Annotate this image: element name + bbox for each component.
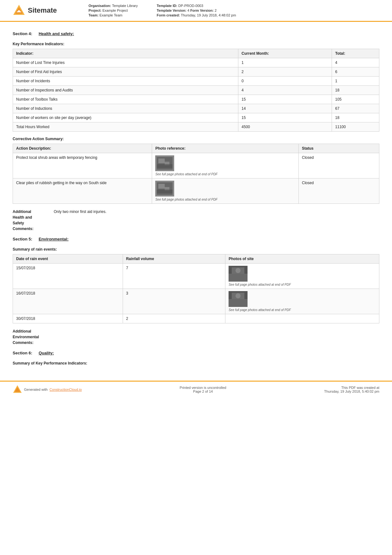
header-right-col: Template ID: DP-PROD-0003 Template Versi… [157, 4, 236, 17]
rain-events-table: Date of rain event Rainfall volume Photo… [13, 254, 379, 323]
svg-rect-12 [157, 190, 173, 193]
svg-rect-21 [229, 299, 248, 307]
rain-row: 30/07/2018 2 [13, 314, 379, 323]
kpi-row: Number of Incidents 0 1 [13, 77, 379, 86]
ca-cell-description: Protect local shrub areas with temporary… [13, 153, 152, 178]
footer-logo-icon [13, 385, 22, 394]
rain-cell-volume: 7 [123, 264, 225, 289]
kpi-cell-current: 1 [238, 58, 332, 67]
rain-photo-thumbnail [229, 291, 248, 307]
rain-col-photos: Photos of site [225, 254, 379, 264]
ca-col-description: Action Description: [13, 144, 152, 153]
footer-logo-area: Generated with ConstructionCloud.io [13, 385, 82, 394]
kpi-cell-total: 6 [332, 67, 379, 77]
env-comments-label: Additional Environmental Comments: [13, 328, 47, 346]
kpi-table: Indicator: Current Month: Total: Number … [13, 49, 379, 132]
section4-heading: Section 4: Health and safety: [13, 31, 379, 36]
rain-cell-date: 30/07/2018 [13, 314, 123, 323]
kpi-cell-indicator: Number of workers on site per day (avera… [13, 113, 238, 122]
kpi-row: Total Hours Worked 4500 11100 [13, 122, 379, 132]
logo-text: Sitemate [28, 6, 57, 15]
page-header: Sitemate Organisation: Template Library … [0, 0, 392, 22]
project-line: Project: Example Project [89, 9, 138, 12]
svg-rect-7 [157, 164, 173, 168]
kpi-cell-total: 18 [332, 86, 379, 95]
kpi-cell-indicator: Number of Toolbox Talks [13, 95, 238, 104]
rain-photo-cell: See full page photos attached at end of … [229, 266, 376, 286]
quality-kpi-title: Summary of Key Performance Indicators: [13, 361, 379, 365]
rain-row: 16/07/2018 3 See full page photos attach… [13, 289, 379, 314]
photo-thumbnail [155, 181, 174, 196]
ca-row: Clear piles of rubbish getting in the wa… [13, 178, 379, 204]
kpi-row: Number of First Aid Injuries 2 6 [13, 67, 379, 77]
rain-cell-photo: See full page photos attached at end of … [225, 289, 379, 314]
kpi-col-indicator: Indicator: [13, 49, 238, 58]
rain-col-date: Date of rain event [13, 254, 123, 264]
ca-cell-description: Clear piles of rubbish getting in the wa… [13, 178, 152, 204]
kpi-row: Number of Lost Time Injuries 1 4 [13, 58, 379, 67]
ca-cell-status: Closed [299, 153, 379, 178]
ca-cell-photo: See full page photos attached at end of … [152, 153, 299, 178]
rain-cell-date: 15/07/2018 [13, 264, 123, 289]
svg-rect-16 [229, 274, 248, 282]
kpi-col-total: Total: [332, 49, 379, 58]
section6-heading: Section 6: Quality: [13, 351, 379, 355]
section5-heading: Section 5: Environmental: [13, 237, 379, 241]
template-id-line: Template ID: DP-PROD-0003 [157, 4, 236, 8]
photo-cell: See full page photos attached at end of … [155, 155, 295, 176]
page-content: Section 4: Health and safety: Key Perfor… [0, 22, 392, 374]
photo-thumbnail [155, 155, 174, 171]
kpi-cell-current: 14 [238, 104, 332, 113]
kpi-cell-total: 11100 [332, 122, 379, 132]
kpi-row: Number of workers on site per day (avera… [13, 113, 379, 122]
kpi-cell-current: 4 [238, 86, 332, 95]
kpi-cell-indicator: Number of Inductions [13, 104, 238, 113]
kpi-cell-current: 4500 [238, 122, 332, 132]
kpi-title: Key Performance Indicators: [13, 42, 379, 46]
section4-title: Health and safety: [39, 31, 74, 36]
kpi-cell-total: 4 [332, 58, 379, 67]
footer-link[interactable]: ConstructionCloud.io [50, 388, 82, 391]
section6-label: Section 6: [13, 351, 32, 355]
header-left-col: Organisation: Template Library Project: … [89, 4, 138, 17]
svg-rect-5 [158, 159, 165, 163]
rain-events-title: Summary of rain events: [13, 247, 379, 252]
header-meta: Organisation: Template Library Project: … [70, 4, 379, 17]
rain-cell-volume: 3 [123, 289, 225, 314]
photo-cell: See full page photos attached at end of … [155, 181, 295, 201]
rain-cell-photo [225, 314, 379, 323]
hs-comments-label: Additional Health and Safety Comments: [13, 209, 47, 232]
template-version-line: Template Version: 4 Form Version: 2 [157, 9, 236, 12]
rain-photo-thumbnail [229, 266, 248, 282]
org-line: Organisation: Template Library [89, 4, 138, 8]
team-line: Team: Example Team [89, 13, 138, 17]
kpi-cell-current: 2 [238, 67, 332, 77]
form-created-line: Form created: Thursday, 19 July 2018, 4:… [157, 13, 236, 17]
kpi-cell-current: 15 [238, 95, 332, 104]
kpi-cell-total: 67 [332, 104, 379, 113]
photo-caption: See full page photos attached at end of … [155, 198, 295, 201]
kpi-cell-total: 105 [332, 95, 379, 104]
kpi-cell-current: 15 [238, 113, 332, 122]
kpi-col-current: Current Month: [238, 49, 332, 58]
ca-row: Protect local shrub areas with temporary… [13, 153, 379, 178]
kpi-cell-total: 1 [332, 77, 379, 86]
ca-cell-photo: See full page photos attached at end of … [152, 178, 299, 204]
kpi-cell-indicator: Number of Lost Time Injuries [13, 58, 238, 67]
rain-cell-date: 16/07/2018 [13, 289, 123, 314]
section6-title: Quality: [39, 351, 54, 355]
corrective-action-title: Corrective Action Summary: [13, 137, 379, 141]
kpi-row: Number of Inspections and Audits 4 18 [13, 86, 379, 95]
corrective-action-table: Action Description: Photo reference: Sta… [13, 144, 379, 204]
ca-cell-status: Closed [299, 178, 379, 204]
hs-comments-value: Only two minor first aid injuries. [54, 209, 107, 232]
rain-cell-volume: 2 [123, 314, 225, 323]
footer-right: This PDF was created at Thursday, 19 Jul… [324, 386, 379, 393]
ca-col-photo: Photo reference: [152, 144, 299, 153]
rain-photo-cell: See full page photos attached at end of … [229, 291, 376, 312]
rain-photo-caption: See full page photos attached at end of … [229, 308, 376, 312]
rain-row: 15/07/2018 7 See full page photos attach… [13, 264, 379, 289]
kpi-cell-indicator: Number of First Aid Injuries [13, 67, 238, 77]
footer-center: Printed version is uncontrolled Page 2 o… [180, 386, 226, 393]
env-comments-block: Additional Environmental Comments: [13, 328, 379, 346]
